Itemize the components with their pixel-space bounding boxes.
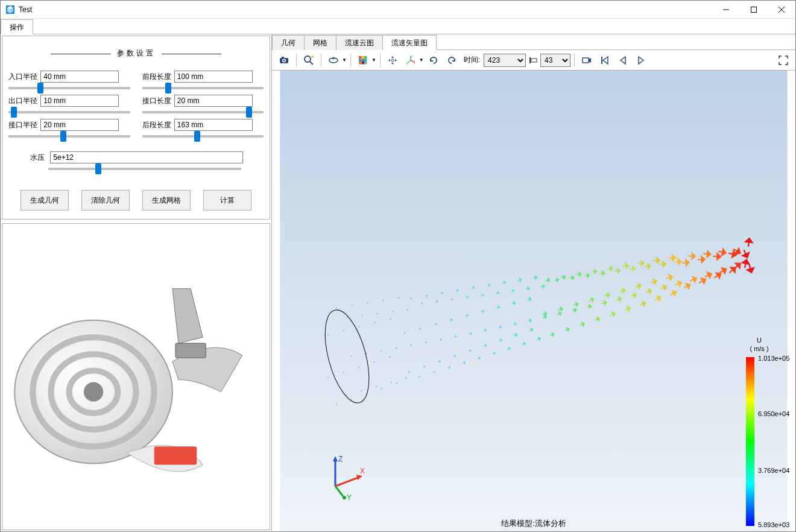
svg-rect-24 — [361, 59, 364, 62]
joint-radius-input[interactable] — [40, 119, 119, 131]
color-cube-icon[interactable] — [355, 52, 371, 69]
svg-rect-28 — [364, 62, 367, 65]
joint-length-label: 接口长度 — [142, 96, 172, 106]
left-panel: 参数设置 入口半径 前段长度 出口半径 — [1, 34, 272, 531]
svg-point-29 — [391, 59, 394, 62]
viewport-toolbar: ▼ ▼ zxy ▼ 时间: 423 43 — [272, 50, 795, 71]
svg-marker-43 — [333, 456, 338, 461]
svg-rect-20 — [359, 56, 362, 59]
prev-frame-icon[interactable] — [614, 52, 631, 69]
rear-length-slider[interactable] — [142, 135, 264, 138]
first-frame-icon[interactable] — [596, 52, 613, 69]
tab-velocity-vector[interactable]: 流速矢量图 — [382, 35, 437, 50]
body: 参数设置 入口半径 前段长度 出口半径 — [1, 34, 795, 531]
legend-tick-2: 6.950e+04 — [758, 410, 789, 417]
front-length-input[interactable] — [174, 71, 253, 83]
svg-rect-25 — [364, 59, 367, 62]
svg-rect-38 — [583, 58, 589, 63]
svg-rect-23 — [359, 59, 362, 62]
param-joint-length: 接口长度 — [142, 95, 264, 115]
legend-title: U ( m/s ) — [735, 336, 783, 353]
outlet-radius-input[interactable] — [40, 95, 119, 107]
rear-length-label: 后段长度 — [142, 120, 172, 130]
maximize-button[interactable] — [740, 1, 768, 19]
svg-point-15 — [283, 60, 285, 62]
tab-geometry[interactable]: 几何 — [272, 35, 305, 50]
axes-gizmo: Z X Y — [320, 453, 368, 501]
dropdown-icon-2[interactable]: ▼ — [371, 57, 376, 63]
camera-icon[interactable] — [276, 52, 292, 69]
param-pressure: 水压 — [8, 151, 264, 172]
param-joint-radius: 接口半径 — [8, 119, 130, 139]
svg-rect-27 — [361, 62, 364, 65]
close-button[interactable] — [768, 1, 795, 19]
pressure-input[interactable] — [50, 151, 243, 163]
viewport[interactable]: Z X Y U ( m/s ) — [272, 71, 795, 531]
svg-line-18 — [310, 62, 313, 65]
svg-rect-39 — [601, 57, 602, 64]
joint-radius-slider[interactable] — [8, 135, 130, 138]
rotate-ccw-icon[interactable] — [425, 52, 442, 69]
minimize-button[interactable] — [712, 1, 740, 19]
fullscreen-icon[interactable] — [775, 52, 792, 69]
right-panel: 几何 网格 流速云图 流速矢量图 ▼ ▼ zxy ▼ — [272, 34, 795, 531]
main-tabbar: 操作 — [1, 19, 795, 34]
color-legend: U ( m/s ) 1.013e+05 6.950e+04 3.769e+04 … — [735, 336, 783, 526]
frame-select[interactable]: 43 — [540, 54, 570, 67]
rotate-cw-icon[interactable] — [443, 52, 460, 69]
legend-colorbar — [746, 357, 754, 526]
inlet-radius-label: 入口半径 — [8, 72, 39, 82]
dropdown-icon[interactable]: ▼ — [342, 57, 347, 63]
joint-length-slider[interactable] — [142, 111, 264, 113]
svg-rect-22 — [364, 56, 367, 59]
svg-point-9 — [84, 382, 103, 402]
tab-velocity-contour[interactable]: 流速云图 — [336, 35, 383, 50]
titlebar: Test — [1, 1, 795, 19]
inlet-radius-input[interactable] — [40, 71, 119, 83]
play-icon[interactable] — [633, 52, 649, 69]
rewind-to-start-icon[interactable] — [527, 52, 539, 69]
generate-geometry-button[interactable]: 生成几何 — [21, 190, 69, 211]
zoom-icon[interactable] — [300, 52, 317, 69]
front-length-label: 前段长度 — [142, 72, 172, 82]
compute-button[interactable]: 计算 — [203, 190, 251, 211]
svg-rect-10 — [154, 446, 197, 464]
legend-tick-min: 5.893e+03 — [758, 521, 789, 528]
pressure-slider[interactable] — [48, 168, 241, 170]
front-length-slider[interactable] — [142, 87, 264, 89]
joint-length-input[interactable] — [174, 95, 253, 107]
svg-rect-37 — [531, 59, 537, 62]
time-select[interactable]: 423 — [484, 54, 526, 67]
pressure-label: 水压 — [21, 153, 45, 163]
svg-point-17 — [305, 56, 311, 62]
action-buttons: 生成几何 清除几何 生成网格 计算 — [8, 176, 264, 219]
generate-mesh-button[interactable]: 生成网格 — [142, 190, 191, 211]
axes-icon[interactable]: zxy — [402, 52, 419, 69]
param-rear-length: 后段长度 — [142, 119, 264, 139]
result-tabbar: 几何 网格 流速云图 流速矢量图 — [272, 34, 795, 50]
outlet-radius-slider[interactable] — [8, 111, 130, 113]
tab-mesh[interactable]: 网格 — [304, 35, 336, 50]
svg-text:z: z — [411, 55, 413, 58]
svg-text:x: x — [414, 61, 415, 65]
svg-rect-12 — [175, 343, 206, 358]
legend-tick-3: 3.769e+04 — [758, 467, 789, 474]
tab-operation[interactable]: 操作 — [1, 19, 33, 34]
param-inlet-radius: 入口半径 — [8, 71, 130, 91]
svg-rect-2 — [751, 7, 757, 12]
parameters-section: 参数设置 入口半径 前段长度 出口半径 — [2, 36, 270, 220]
select-icon[interactable] — [325, 52, 342, 69]
svg-text:Z: Z — [338, 455, 343, 463]
record-icon[interactable] — [578, 52, 595, 69]
result-model-label: 结果模型:流体分析 — [501, 518, 566, 529]
pan-icon[interactable] — [384, 52, 401, 69]
app-icon — [5, 5, 15, 14]
rear-length-input[interactable] — [174, 119, 253, 131]
svg-line-48 — [335, 486, 343, 496]
dropdown-icon-3[interactable]: ▼ — [419, 57, 424, 63]
legend-tick-max: 1.013e+05 — [758, 355, 789, 362]
clear-geometry-button[interactable]: 清除几何 — [81, 190, 130, 211]
time-label: 时间: — [461, 55, 482, 65]
inlet-radius-slider[interactable] — [8, 87, 130, 89]
svg-rect-16 — [282, 57, 284, 59]
